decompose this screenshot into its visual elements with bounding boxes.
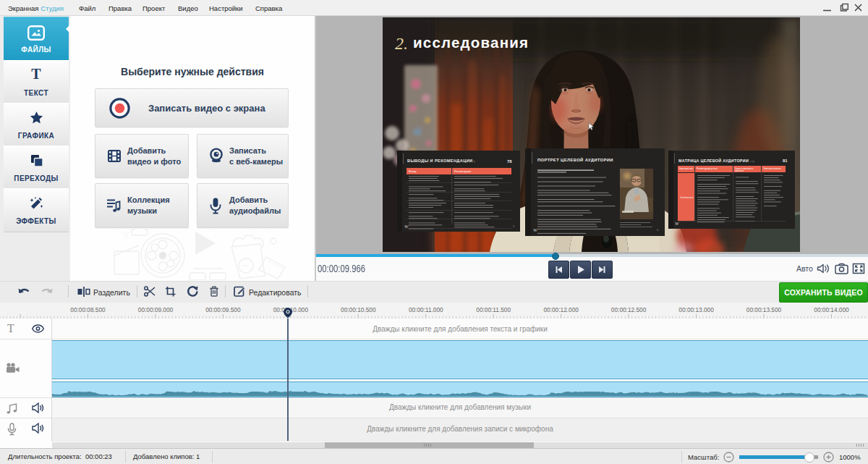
svg-text:W: W [675, 221, 679, 226]
svg-text:МАТРИЦА ЦЕЛЕВОЙ АУДИТОРИИ: МАТРИЦА ЦЕЛЕВОЙ АУДИТОРИИ [678, 158, 749, 163]
svg-text:Вывод: Вывод [409, 170, 416, 173]
svg-text:исследования: исследования [413, 34, 529, 51]
svg-text:Рекомендации: Рекомендации [454, 170, 471, 173]
svg-text:Заинтересованные: Заинтересованные [763, 167, 781, 170]
svg-text:W: W [404, 224, 409, 229]
svg-text:81: 81 [783, 159, 788, 163]
svg-text:ванности: ванности [735, 169, 744, 172]
svg-text:2.: 2. [395, 34, 408, 53]
svg-text:Характеристики: Характеристики [679, 167, 694, 170]
svg-text:Особенности: Особенности [680, 196, 694, 199]
svg-text:ПОРТРЕТ ЦЕЛЕВОЙ АУДИТОРИИ: ПОРТРЕТ ЦЕЛЕВОЙ АУДИТОРИИ [537, 157, 613, 162]
svg-text:78: 78 [507, 159, 512, 164]
svg-text:стр: стр [750, 159, 755, 163]
svg-text:ВЫВОДЫ И РЕКОМЕНДАЦИИ: ВЫВОДЫ И РЕКОМЕНДАЦИИ [407, 159, 473, 163]
svg-text:стр: стр [471, 159, 476, 163]
svg-text:Рекомендации устные: Рекомендации устные [697, 167, 718, 170]
